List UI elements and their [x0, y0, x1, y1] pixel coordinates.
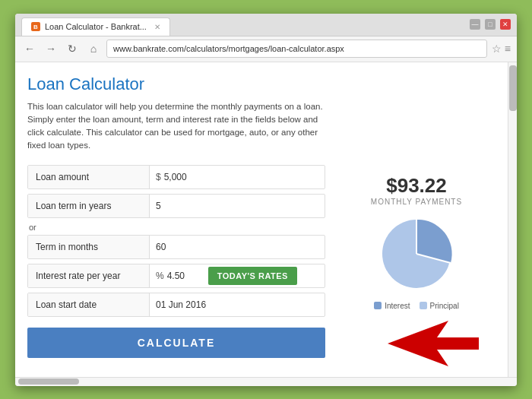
term-months-label: Term in months: [28, 236, 150, 258]
window-controls: — □ ✕: [470, 19, 511, 30]
horizontal-scrollbar[interactable]: [15, 377, 517, 386]
loan-amount-input[interactable]: [164, 172, 318, 182]
home-btn[interactable]: ⌂: [85, 40, 102, 57]
loan-amount-row: Loan amount $: [27, 165, 325, 189]
monthly-amount: $93.22: [347, 174, 486, 198]
term-months-input[interactable]: [156, 242, 318, 252]
interest-legend-label: Interest: [385, 302, 410, 310]
percent-symbol: %: [156, 271, 164, 281]
page-description: This loan calculator will help you deter…: [27, 100, 331, 153]
loan-amount-label: Loan amount: [28, 166, 150, 188]
principal-legend: Principal: [420, 302, 459, 310]
pie-chart-container: [347, 212, 486, 296]
principal-legend-label: Principal: [430, 302, 459, 310]
page-inner: Loan Calculator This loan calculator wil…: [15, 62, 508, 377]
calculator-form: Loan amount $ Loan term in years or: [27, 165, 325, 358]
refresh-btn[interactable]: ↻: [64, 40, 81, 57]
star-icon[interactable]: ☆: [492, 43, 502, 55]
back-btn[interactable]: ←: [21, 40, 38, 57]
maximize-btn[interactable]: □: [485, 19, 496, 30]
start-date-label: Loan start date: [28, 293, 150, 316]
loan-term-input[interactable]: [156, 201, 318, 211]
term-months-input-area: [150, 236, 325, 258]
interest-legend: Interest: [374, 302, 410, 310]
interest-rate-label: Interest rate per year: [28, 264, 150, 287]
browser-tab[interactable]: B Loan Calculator - Bankrat... ✕: [21, 17, 170, 36]
tab-area: B Loan Calculator - Bankrat... ✕: [21, 14, 462, 36]
result-display: $93.22 MONTHLY PAYMENTS: [340, 165, 492, 319]
tab-close-btn[interactable]: ✕: [154, 23, 160, 31]
minimize-btn[interactable]: —: [470, 19, 480, 30]
tab-favicon: B: [31, 22, 40, 31]
interest-rate-row: Interest rate per year % TODAY'S RATES: [27, 264, 325, 288]
loan-amount-input-area: $: [150, 166, 325, 188]
start-date-input[interactable]: [156, 299, 318, 310]
tab-title: Loan Calculator - Bankrat...: [45, 22, 147, 31]
loan-term-row: Loan term in years: [27, 194, 325, 218]
calculator-layout: Loan amount $ Loan term in years or: [27, 165, 492, 358]
page-content: Loan Calculator This loan calculator wil…: [15, 62, 517, 377]
h-scrollbar-thumb[interactable]: [18, 378, 79, 385]
page-title: Loan Calculator: [27, 74, 492, 94]
todays-rates-btn[interactable]: TODAY'S RATES: [208, 267, 297, 285]
term-months-row: Term in months: [27, 235, 325, 259]
start-date-input-area: [150, 293, 325, 316]
or-text: or: [29, 223, 325, 232]
interest-rate-input-area: % TODAY'S RATES: [150, 264, 325, 287]
pie-legend: Interest Principal: [347, 302, 486, 310]
vertical-scrollbar[interactable]: [508, 62, 517, 377]
start-date-row: Loan start date: [27, 293, 325, 317]
nav-bar: ← → ↻ ⌂ ☆ ≡: [15, 36, 517, 62]
interest-rate-input[interactable]: [167, 271, 205, 281]
nav-icons: ☆ ≡: [492, 43, 511, 55]
close-btn[interactable]: ✕: [500, 19, 511, 30]
interest-legend-dot: [374, 302, 382, 309]
title-bar: B Loan Calculator - Bankrat... ✕ — □ ✕: [15, 14, 517, 36]
menu-icon[interactable]: ≡: [505, 43, 511, 55]
monthly-label: MONTHLY PAYMENTS: [347, 198, 486, 206]
currency-symbol: $: [156, 172, 161, 182]
principal-legend-dot: [420, 302, 427, 309]
result-panel: $93.22 MONTHLY PAYMENTS: [340, 165, 492, 358]
loan-term-input-area: [150, 195, 325, 217]
scrollbar-thumb[interactable]: [509, 65, 517, 111]
address-bar[interactable]: [106, 40, 487, 58]
forward-btn[interactable]: →: [43, 40, 59, 57]
calculate-btn[interactable]: CALCULATE: [27, 328, 325, 358]
pie-chart: [367, 212, 466, 296]
browser-window: B Loan Calculator - Bankrat... ✕ — □ ✕ ←…: [15, 14, 517, 386]
loan-term-label: Loan term in years: [28, 195, 150, 217]
